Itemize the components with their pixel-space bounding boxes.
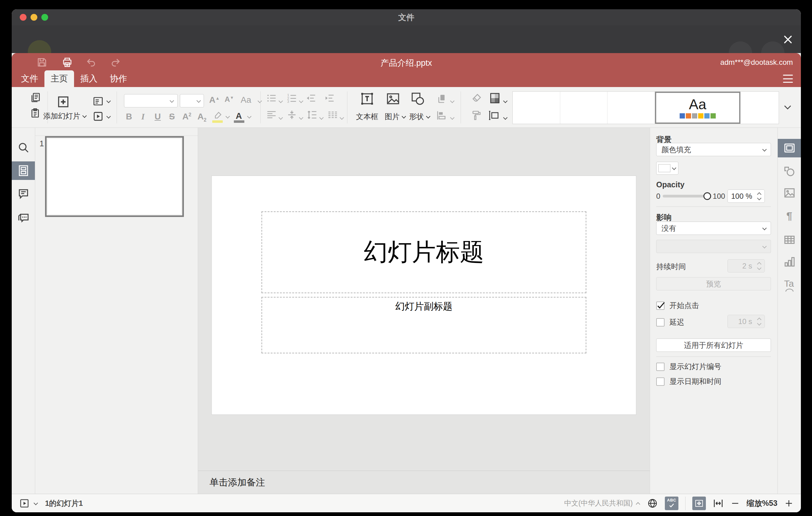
opacity-slider-handle[interactable] <box>703 192 711 200</box>
eraser-icon[interactable] <box>471 93 483 104</box>
copy-icon[interactable] <box>30 92 41 103</box>
strikethrough-icon[interactable]: S <box>169 112 175 122</box>
decrease-indent-icon[interactable] <box>306 93 317 104</box>
delay-checkbox[interactable] <box>656 318 665 326</box>
font-size-select[interactable] <box>180 94 204 107</box>
image-button[interactable]: 图片 <box>385 112 406 122</box>
close-icon[interactable] <box>782 34 793 45</box>
font-color-icon[interactable]: A <box>236 111 242 121</box>
preview-button[interactable]: 预览 <box>656 277 771 290</box>
opacity-slider[interactable] <box>663 195 708 198</box>
spinner-arrows-icon[interactable] <box>756 191 762 201</box>
tab-insert[interactable]: 插入 <box>74 70 104 87</box>
shape-button[interactable]: 形状 <box>409 112 431 122</box>
zoom-in-icon[interactable] <box>784 498 793 509</box>
subscript-icon[interactable]: A2 <box>198 112 206 123</box>
start-slideshow-icon[interactable] <box>93 111 103 122</box>
gallery-expand-icon[interactable] <box>782 102 793 112</box>
text-box-button[interactable]: 文本框 <box>356 112 378 122</box>
highlight-color-icon[interactable] <box>213 111 223 120</box>
chevron-down-icon[interactable] <box>33 501 38 506</box>
chat-icon[interactable] <box>17 212 30 224</box>
horizontal-align-icon[interactable] <box>266 109 277 120</box>
fill-type-select[interactable]: 颜色填充 <box>656 143 771 156</box>
opacity-spinner[interactable]: 100 % <box>727 190 765 203</box>
slide[interactable]: 幻灯片标题 幻灯片副标题 <box>212 176 636 414</box>
text-art-settings-icon[interactable]: Ta <box>784 279 795 292</box>
show-date-time-checkbox[interactable] <box>656 377 665 386</box>
tab-file[interactable]: 文件 <box>15 70 45 87</box>
slide-settings-icon[interactable] <box>783 142 796 154</box>
add-slide-icon[interactable] <box>57 96 69 108</box>
image-icon[interactable] <box>386 91 401 106</box>
shape-settings-icon[interactable] <box>783 165 796 177</box>
delay-spinner[interactable]: 10 s <box>727 315 765 328</box>
tab-collaboration[interactable]: 协作 <box>104 70 133 87</box>
bold-icon[interactable]: B <box>126 112 132 122</box>
font-name-select[interactable] <box>124 94 178 107</box>
menu-icon[interactable] <box>783 75 793 83</box>
chevron-down-icon[interactable] <box>257 99 262 104</box>
line-spacing-icon[interactable] <box>307 109 318 120</box>
fit-to-slide-icon[interactable] <box>692 496 706 510</box>
underline-icon[interactable]: U <box>154 112 161 122</box>
image-settings-icon[interactable] <box>783 187 796 199</box>
chevron-down-icon[interactable] <box>278 115 283 120</box>
theme-option-3[interactable] <box>607 92 655 124</box>
chevron-down-icon[interactable] <box>450 99 455 104</box>
numbered-list-icon[interactable]: 1 2 3 <box>286 93 297 104</box>
arrange-shape-icon[interactable] <box>436 93 447 104</box>
change-case-icon[interactable]: Aa <box>241 95 251 105</box>
tab-home[interactable]: 主页 <box>45 70 74 87</box>
slide-size-icon[interactable] <box>488 110 499 121</box>
language-selector[interactable]: 中文(中华人民共和国) <box>564 498 640 508</box>
fit-to-width-icon[interactable] <box>713 498 724 509</box>
fill-color-select[interactable] <box>656 162 678 175</box>
text-box-icon[interactable] <box>360 91 375 106</box>
theme-option-2[interactable] <box>560 92 608 124</box>
effect-variant-select[interactable] <box>656 240 771 253</box>
italic-icon[interactable]: I <box>141 112 145 122</box>
increase-indent-icon[interactable] <box>324 93 335 104</box>
duration-spinner[interactable]: 2 s <box>727 259 765 273</box>
theme-option-1[interactable] <box>513 92 560 124</box>
theme-option-selected[interactable]: Aa <box>655 92 741 124</box>
chevron-down-icon[interactable] <box>319 115 324 120</box>
vertical-align-icon[interactable] <box>286 109 297 120</box>
notes-area[interactable]: 单击添加备注 <box>198 470 650 494</box>
apply-to-all-button[interactable]: 适用于所有幻灯片 <box>656 339 771 352</box>
chevron-down-icon[interactable] <box>503 99 508 104</box>
add-slide-button[interactable]: 添加幻灯片 <box>43 111 87 121</box>
paste-icon[interactable] <box>30 107 41 118</box>
slide-thumbnail[interactable] <box>45 136 184 217</box>
color-scheme-icon[interactable] <box>489 92 501 104</box>
increase-font-icon[interactable]: A▲ <box>209 95 220 105</box>
title-placeholder[interactable]: 幻灯片标题 <box>262 211 586 293</box>
chevron-down-icon[interactable] <box>299 99 303 104</box>
bullet-list-icon[interactable] <box>266 93 277 104</box>
document-language-icon[interactable] <box>647 498 658 509</box>
chevron-down-icon[interactable] <box>247 114 252 119</box>
chart-settings-icon[interactable] <box>783 256 796 268</box>
chevron-down-icon[interactable] <box>225 114 230 119</box>
chevron-down-icon[interactable] <box>106 99 111 104</box>
shape-icon[interactable] <box>410 91 425 106</box>
chevron-down-icon[interactable] <box>339 115 344 120</box>
zoom-out-icon[interactable] <box>730 498 740 509</box>
start-preview-icon[interactable] <box>19 498 30 509</box>
show-slide-number-checkbox[interactable] <box>656 363 665 371</box>
decrease-font-icon[interactable]: A▼ <box>225 95 234 104</box>
slide-canvas[interactable]: 幻灯片标题 幻灯片副标题 <box>198 128 650 470</box>
comments-icon[interactable] <box>17 188 30 200</box>
effect-select[interactable]: 没有 <box>656 222 771 235</box>
theme-option-5[interactable] <box>741 92 779 124</box>
slide-layout-icon[interactable] <box>92 96 104 107</box>
chevron-down-icon[interactable] <box>299 115 303 120</box>
slides-panel-icon[interactable] <box>17 165 30 177</box>
chevron-down-icon[interactable] <box>106 114 111 119</box>
format-painter-icon[interactable] <box>470 110 481 121</box>
paragraph-settings-icon[interactable]: ¶ <box>786 210 792 221</box>
align-shape-icon[interactable] <box>436 110 447 121</box>
spell-check-icon[interactable]: ABC <box>665 496 678 510</box>
start-on-click-checkbox[interactable] <box>656 302 665 310</box>
